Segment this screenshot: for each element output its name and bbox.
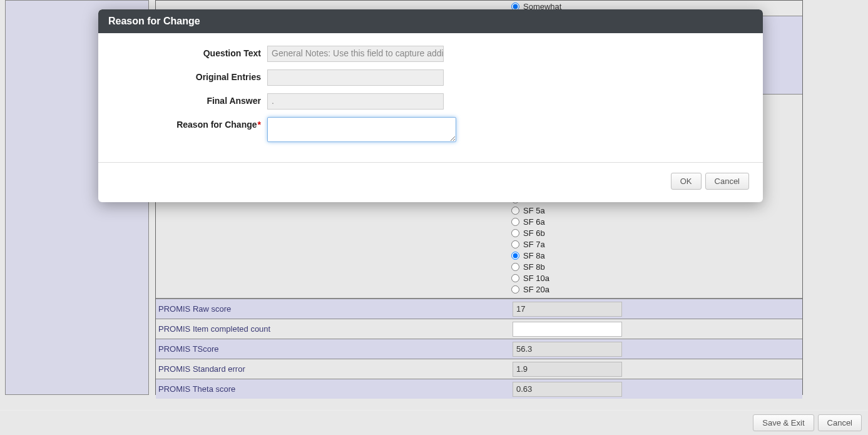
sf-radio-label: SF 8b	[523, 262, 545, 272]
sf-radio-label: SF 7a	[523, 240, 545, 249]
row-value-input	[513, 342, 622, 357]
label-reason-for-change-text: Reason for Change	[176, 120, 257, 130]
row-value-input	[513, 382, 622, 397]
field-final-answer: .	[267, 93, 444, 110]
table-row: PROMIS Raw score	[156, 299, 802, 319]
sf-radio-option[interactable]: SF 6a	[511, 216, 549, 227]
promis-rows: PROMIS Raw scorePROMIS Item completed co…	[156, 299, 802, 399]
sf-radio-label: SF 8a	[523, 251, 545, 260]
row-value-cell	[511, 300, 802, 318]
page-cancel-button[interactable]: Cancel	[818, 414, 862, 431]
table-row: PROMIS Standard error	[156, 359, 802, 379]
reason-for-change-dialog: Reason for Change Question Text General …	[98, 9, 763, 202]
label-original-entries: Original Entries	[98, 69, 267, 82]
sf-radio-option[interactable]: SF 5a	[511, 205, 549, 216]
row-label: PROMIS TScore	[156, 342, 511, 356]
field-original-entries	[267, 69, 444, 86]
sf-radio-label: SF 5a	[523, 206, 545, 215]
row-value-cell	[511, 361, 802, 378]
sf-radio-option[interactable]: SF 20a	[511, 284, 549, 295]
row-value-input[interactable]	[513, 322, 622, 337]
dialog-cancel-button[interactable]: Cancel	[705, 173, 749, 190]
table-row: PROMIS Theta score	[156, 379, 802, 399]
sf-radio-option[interactable]: SF 6b	[511, 227, 549, 238]
sf-radio[interactable]	[511, 285, 519, 294]
label-reason-for-change: Reason for Change*	[98, 117, 267, 130]
row-label: PROMIS Raw score	[156, 302, 511, 316]
sf-radio-label: SF 6a	[523, 217, 545, 227]
table-row: PROMIS Item completed count	[156, 319, 802, 339]
reason-for-change-input[interactable]	[267, 117, 456, 142]
field-question-text: General Notes: Use this field to capture…	[267, 46, 444, 62]
sf-radio[interactable]	[511, 229, 519, 237]
dialog-body: Question Text General Notes: Use this fi…	[98, 33, 763, 163]
sf-radio-label: SF 6b	[523, 228, 545, 238]
sf-radio-option[interactable]: SF 8a	[511, 250, 549, 261]
row-question-text: Question Text General Notes: Use this fi…	[98, 46, 763, 62]
sf-radio[interactable]	[511, 207, 519, 215]
row-label: PROMIS Standard error	[156, 362, 511, 376]
row-original-entries: Original Entries	[98, 69, 763, 86]
row-value-cell	[511, 340, 802, 358]
dialog-footer: OK Cancel	[98, 163, 763, 202]
row-value-input	[513, 302, 622, 317]
sf-radio-option[interactable]: SF 10a	[511, 272, 549, 284]
sf-radio-label: SF 10a	[523, 274, 549, 283]
label-final-answer: Final Answer	[98, 93, 267, 106]
required-asterisk-icon: *	[258, 120, 261, 130]
sf-radio[interactable]	[511, 263, 519, 271]
row-label: PROMIS Theta score	[156, 382, 511, 396]
row-reason-for-change: Reason for Change*	[98, 117, 763, 142]
sf-radio-label: SF 20a	[523, 285, 549, 294]
table-row: PROMIS TScore	[156, 339, 802, 359]
row-value-cell	[511, 320, 802, 338]
sf-radio-option[interactable]: SF 7a	[511, 238, 549, 250]
label-question-text: Question Text	[98, 46, 267, 58]
sf-radio[interactable]	[511, 240, 519, 248]
ok-button[interactable]: OK	[671, 173, 702, 190]
sf-radio-option[interactable]: SF 8b	[511, 261, 549, 272]
row-value-cell	[511, 381, 802, 398]
save-and-exit-button[interactable]: Save & Exit	[753, 414, 814, 431]
row-final-answer: Final Answer .	[98, 93, 763, 110]
row-value-input	[513, 362, 622, 377]
sf-radio[interactable]	[511, 252, 519, 260]
sf-radio[interactable]	[511, 274, 519, 282]
row-label: PROMIS Item completed count	[156, 322, 511, 336]
bottom-action-bar: Save & Exit Cancel	[0, 410, 868, 435]
sf-radio[interactable]	[511, 218, 519, 226]
dialog-title: Reason for Change	[98, 9, 763, 33]
